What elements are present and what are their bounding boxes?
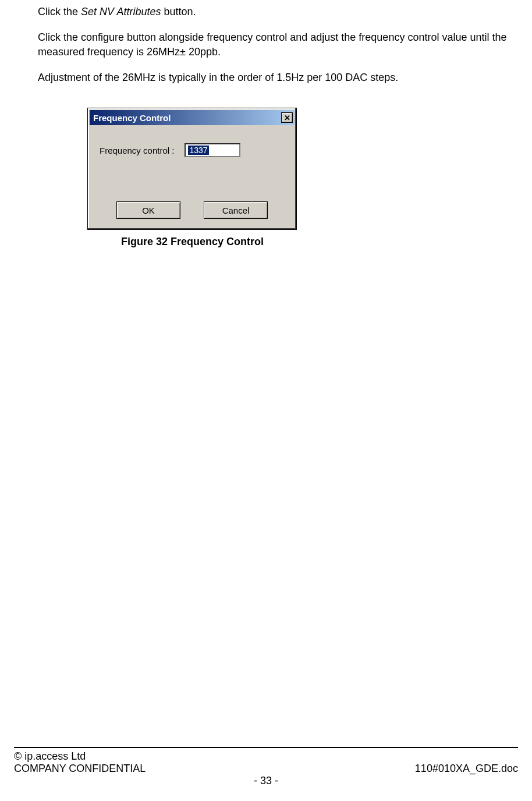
frequency-control-label: Frequency control :	[100, 146, 174, 155]
dialog-titlebar: Frequency Control ✕	[90, 110, 295, 125]
dialog-title: Frequency Control	[93, 113, 281, 123]
p1-pre: Click the	[38, 6, 81, 17]
ok-button[interactable]: OK	[116, 201, 180, 219]
paragraph-3: Adjustment of the 26MHz is typically in …	[38, 70, 511, 84]
footer-confidential: COMPANY CONFIDENTIAL	[14, 763, 146, 775]
footer-divider	[14, 747, 518, 748]
footer-doc: 110#010XA_GDE.doc	[415, 763, 518, 775]
paragraph-1: Click the Set NV Attributes button.	[38, 5, 511, 19]
figure-caption: Figure 32 Frequency Control	[121, 236, 511, 248]
frequency-control-input[interactable]: 1337	[185, 143, 240, 157]
close-button[interactable]: ✕	[281, 112, 293, 123]
footer-copyright: © ip.access Ltd	[14, 750, 86, 763]
p1-em: Set NV Attributes	[81, 6, 161, 17]
frequency-control-dialog: Frequency Control ✕ Frequency control : …	[87, 108, 297, 230]
frequency-control-value: 1337	[188, 146, 208, 155]
page-footer: © ip.access Ltd COMPANY CONFIDENTIAL 110…	[14, 747, 518, 787]
footer-page-number: - 33 -	[14, 775, 518, 787]
cancel-button[interactable]: Cancel	[204, 201, 268, 219]
paragraph-2: Click the configure button alongside fre…	[38, 30, 511, 59]
p1-post: button.	[161, 6, 196, 17]
close-icon: ✕	[284, 114, 290, 122]
